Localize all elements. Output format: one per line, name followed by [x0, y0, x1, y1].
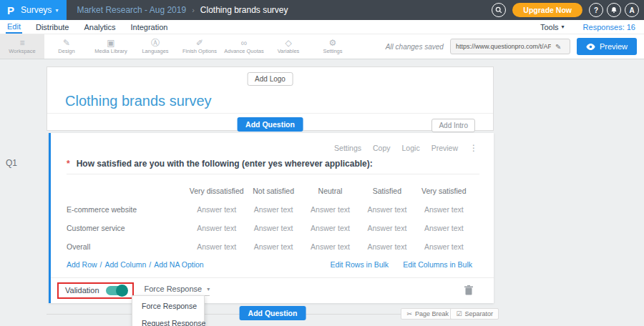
more-options-icon[interactable]: ⋮ [469, 143, 478, 153]
answer-cell[interactable]: Answer text [302, 242, 358, 251]
menu-item-request-response[interactable]: Request Response [132, 315, 204, 326]
answer-cell[interactable]: Answer text [358, 242, 415, 251]
chevron-down-icon: ▾ [55, 7, 58, 14]
toolbar-item-workspace[interactable]: ≡ Workspace [0, 34, 44, 59]
add-column-link[interactable]: Add Column [105, 260, 147, 269]
answer-cell[interactable]: Answer text [245, 224, 301, 232]
nav-tabs: Edit Distribute Analytics Integration To… [0, 20, 644, 34]
tab-distribute[interactable]: Distribute [34, 20, 70, 34]
row-label[interactable]: Customer service [67, 224, 188, 232]
answer-cell[interactable]: Answer text [416, 224, 472, 232]
column-header[interactable]: Neutral [302, 187, 358, 195]
toolbar-item-variables[interactable]: ◇ Variables [266, 34, 311, 59]
preview-button[interactable]: Preview [577, 38, 637, 55]
tab-integration[interactable]: Integration [129, 20, 169, 34]
add-intro-button[interactable]: Add Intro [431, 119, 475, 132]
breadcrumb-folder[interactable]: Market Research - Aug 2019 [77, 5, 186, 15]
toolbar-item-languages[interactable]: Ⓐ Languages [133, 34, 177, 59]
column-header[interactable]: Not satisfied [245, 187, 301, 195]
delete-question-button[interactable] [464, 285, 473, 295]
validation-row: Validation Force Response ▾ [57, 280, 479, 300]
links-icon: ∞ [241, 39, 248, 47]
trash-icon [464, 285, 473, 295]
column-header[interactable]: Very dissatisfied [188, 187, 245, 195]
breadcrumb-separator-icon: › [192, 6, 195, 14]
validation-toggle[interactable] [106, 286, 127, 295]
search-icon [495, 6, 502, 14]
answer-cell[interactable]: Answer text [188, 242, 245, 251]
answer-cell[interactable]: Answer text [416, 242, 472, 251]
breadcrumb-current: Clothing brands survey [200, 5, 288, 15]
page-break-button[interactable]: ✂ Page Break [401, 308, 454, 320]
product-switcher[interactable]: P Surveys ▾ [0, 0, 67, 20]
matrix-row: Overall Answer text Answer text Answer t… [67, 237, 472, 256]
add-na-option-link[interactable]: Add NA Option [154, 260, 203, 269]
survey-url-box: ✎ [450, 39, 570, 54]
question-card: Settings Copy Logic Preview ⋮ * How sati… [49, 133, 494, 303]
gear-icon: ⚙ [329, 39, 337, 47]
answer-cell[interactable]: Answer text [358, 205, 415, 214]
toolbar-item-design[interactable]: ✎ Design [44, 34, 89, 59]
answer-cell[interactable]: Answer text [245, 242, 301, 251]
toolbar-item-advance-quotas[interactable]: ∞ Advance Quotas [222, 34, 266, 59]
edit-columns-bulk-link[interactable]: Edit Columns in Bulk [403, 260, 472, 269]
divider [51, 277, 494, 278]
tab-analytics[interactable]: Analytics [82, 20, 117, 34]
toolbar-item-media-library[interactable]: ▣ Media Library [89, 34, 133, 59]
responses-count[interactable]: Responses: 16 [583, 23, 635, 31]
divider [67, 174, 479, 174]
row-label[interactable]: E-commerce website [67, 205, 188, 214]
table-edit-links: Add Row / Add Column / Add NA Option Edi… [67, 260, 472, 269]
edit-url-icon[interactable]: ✎ [551, 43, 565, 51]
validation-highlight-annotation: Validation [57, 282, 134, 299]
breadcrumb: Market Research - Aug 2019 › Clothing br… [77, 5, 288, 15]
palette-icon: ✎ [63, 39, 70, 47]
question-preview-link[interactable]: Preview [431, 144, 458, 152]
chevron-down-icon: ▾ [207, 286, 210, 292]
survey-url-input[interactable] [451, 43, 551, 50]
survey-title[interactable]: Clothing brands survey [65, 93, 212, 109]
add-row-link[interactable]: Add Row [67, 260, 97, 269]
row-label[interactable]: Overall [67, 242, 188, 251]
search-button[interactable] [492, 3, 506, 17]
menu-item-force-response[interactable]: Force Response [132, 297, 204, 315]
edit-rows-bulk-link[interactable]: Edit Rows in Bulk [330, 260, 389, 269]
add-question-button-top[interactable]: Add Question [237, 117, 303, 132]
answer-cell[interactable]: Answer text [245, 205, 301, 214]
answer-cell[interactable]: Answer text [188, 205, 245, 214]
answer-cell[interactable]: Answer text [302, 205, 358, 214]
upgrade-now-button[interactable]: Upgrade Now [512, 3, 582, 17]
toolbar-item-finish-options[interactable]: ✐ Finish Options [177, 34, 222, 59]
question-logic-link[interactable]: Logic [402, 144, 420, 152]
topbar: P Surveys ▾ Market Research - Aug 2019 ›… [0, 0, 644, 20]
required-marker: * [67, 159, 70, 169]
matrix-row: Customer service Answer text Answer text… [67, 219, 472, 237]
answer-cell[interactable]: Answer text [358, 224, 415, 232]
validation-label: Validation [65, 286, 99, 295]
divider [47, 113, 493, 114]
question-text[interactable]: How satisfied are you with the following… [77, 159, 373, 169]
tools-menu[interactable]: Tools ▾ [540, 23, 565, 31]
tab-edit[interactable]: Edit [6, 20, 22, 34]
column-header[interactable]: Satisfied [358, 187, 415, 195]
help-button[interactable]: ? [589, 3, 603, 17]
question-menu: Settings Copy Logic Preview ⋮ [334, 143, 478, 153]
separator-button[interactable]: ☑ Separator [450, 308, 499, 320]
toolbar-item-settings[interactable]: ⚙ Settings [311, 34, 355, 59]
add-logo-button[interactable]: Add Logo [247, 72, 293, 86]
add-question-button-bottom[interactable]: Add Question [240, 306, 306, 320]
answer-cell[interactable]: Answer text [302, 224, 358, 232]
response-type-dropdown[interactable]: Force Response ▾ [145, 285, 210, 296]
question-copy-link[interactable]: Copy [373, 144, 391, 152]
question-settings-link[interactable]: Settings [334, 144, 361, 152]
page-break-icon: ✂ [406, 310, 412, 317]
answer-cell[interactable]: Answer text [416, 205, 472, 214]
add-question-footer: Add Question ✂ Page Break ☑ Separator [47, 306, 499, 323]
tag-icon: ◇ [285, 39, 291, 47]
column-header[interactable]: Very satisfied [416, 187, 472, 195]
toolbar-right: All changes saved ✎ Preview [386, 34, 644, 59]
answer-cell[interactable]: Answer text [188, 224, 245, 232]
notifications-button[interactable] [607, 3, 621, 17]
avatar[interactable]: A [625, 3, 639, 17]
translate-icon: Ⓐ [151, 39, 160, 47]
